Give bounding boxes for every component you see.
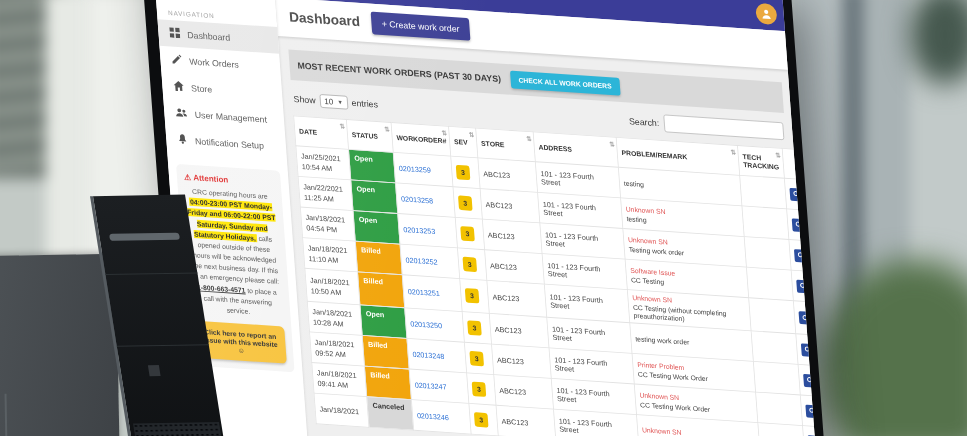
cell-store: ABC123	[489, 313, 549, 347]
search-icon	[806, 374, 814, 387]
sidebar-item-label: Dashboard	[187, 30, 231, 43]
search-input[interactable]	[663, 114, 784, 140]
users-icon	[175, 107, 188, 120]
cell-date: Jan/18/202109:41 AM	[312, 363, 367, 397]
severity-badge: 3	[462, 256, 476, 271]
view-workorder-button[interactable]	[801, 343, 816, 357]
screen: AM PM NAVIGATION DashboardWork OrdersSto…	[153, 0, 821, 436]
status-badge: Open	[353, 211, 399, 244]
entries-selected-value: 10	[324, 96, 334, 105]
column-header-label: ADDRESS	[538, 143, 572, 153]
user-avatar[interactable]	[755, 3, 777, 25]
entries-control: Show 10 ▼ entries	[293, 92, 378, 111]
severity-badge: 3	[469, 351, 483, 366]
workorder-link[interactable]: 02013246	[417, 411, 450, 421]
sort-icon: ⇅	[384, 126, 390, 134]
view-workorder-button[interactable]	[789, 187, 804, 201]
sidebar-item-label: Store	[191, 83, 213, 94]
cell-tech-tracking	[742, 206, 789, 240]
column-header-tech-tracking[interactable]: TECH TRACKING⇅	[737, 145, 784, 178]
column-header-label: TECH TRACKING	[742, 153, 779, 171]
cell-workorder: 02013258	[395, 183, 455, 217]
chevron-down-icon: ▼	[337, 99, 343, 105]
cell-date: Jan/18/202110:50 AM	[305, 268, 360, 305]
severity-badge: 3	[467, 320, 481, 335]
column-header-sev[interactable]: SEV⇅	[449, 126, 478, 158]
status-badge: Billed	[358, 272, 404, 307]
remark-text: testing work order	[635, 334, 748, 350]
cell-date: Jan/18/202109:52 AM	[310, 332, 365, 366]
workorder-link[interactable]: 02013253	[403, 225, 436, 235]
column-header-workorder-[interactable]: WORKORDER#⇅	[391, 122, 451, 156]
sort-icon: ⇅	[526, 135, 532, 143]
view-workorder-button[interactable]	[796, 279, 811, 293]
column-header-store[interactable]: STORE⇅	[476, 128, 536, 162]
severity-badge: 3	[458, 195, 472, 210]
severity-badge: 3	[460, 226, 474, 241]
cell-sev: 3	[469, 403, 498, 435]
cell-store: ABC123	[496, 405, 556, 436]
cell-workorder: 02013250	[405, 308, 465, 342]
cell-status: Open	[351, 180, 398, 214]
search-icon	[809, 405, 817, 418]
status-badge: Canceled	[367, 397, 413, 430]
workorder-link[interactable]: 02013250	[410, 319, 443, 329]
sort-icon: ⇅	[339, 123, 345, 131]
view-workorder-button[interactable]	[805, 404, 820, 418]
cell-actions	[803, 426, 821, 436]
cell-status: Open	[349, 149, 396, 183]
column-header-address[interactable]: ADDRESS⇅	[533, 132, 618, 167]
workorder-link[interactable]: 02013247	[414, 381, 447, 391]
search-icon	[795, 219, 803, 232]
cell-sev: 3	[467, 373, 496, 405]
check-all-work-orders-button[interactable]: CHECK ALL WORK ORDERS	[510, 71, 620, 96]
cell-sev: 3	[455, 217, 484, 249]
sort-icon: ⇅	[609, 141, 615, 149]
cell-sev: 3	[457, 248, 486, 280]
severity-badge: 3	[456, 164, 470, 179]
workorder-link[interactable]: 02013251	[408, 288, 441, 298]
view-workorder-button[interactable]	[792, 218, 807, 232]
cell-tech-tracking	[746, 267, 793, 301]
sidebar-item-label: Work Orders	[189, 56, 239, 69]
status-badge: Open	[351, 180, 397, 213]
search-icon	[799, 280, 807, 293]
entries-select[interactable]: 10 ▼	[319, 94, 348, 110]
attention-title: ⚠ Attention	[184, 172, 274, 187]
pc-logo-emblem	[148, 365, 161, 376]
workorder-link[interactable]: 02013252	[405, 256, 438, 266]
workorder-link[interactable]: 02013248	[412, 350, 445, 360]
create-work-order-button[interactable]: + Create work order	[370, 12, 470, 41]
cell-actions	[798, 364, 821, 396]
background-foliage-top	[905, 0, 967, 90]
cell-date: Jan/22/202111:25 AM	[298, 176, 353, 210]
cell-status: Canceled	[367, 397, 414, 431]
cell-date: Jan/18/2021	[314, 393, 369, 427]
view-workorder-button[interactable]	[803, 374, 818, 388]
pc-drive-slot	[109, 233, 180, 241]
show-label: Show	[293, 94, 316, 105]
search-label: Search:	[629, 116, 660, 128]
cell-sev: 3	[453, 187, 482, 219]
background-trees	[812, 250, 967, 436]
column-header-status[interactable]: STATUS⇅	[346, 119, 393, 152]
cell-tech-tracking	[749, 298, 796, 334]
recent-orders-title: MOST RECENT WORK ORDERS (PAST 30 DAYS)	[297, 60, 501, 83]
search-icon	[802, 312, 810, 325]
cell-status: Billed	[355, 241, 402, 275]
cell-tech-tracking	[753, 361, 800, 395]
search-icon	[793, 188, 801, 201]
person-icon	[760, 8, 772, 20]
cell-store: ABC123	[482, 219, 542, 253]
view-workorder-button[interactable]	[794, 249, 809, 263]
workorder-link[interactable]: 02013259	[398, 164, 431, 174]
cell-store: ABC123	[492, 344, 552, 378]
cell-store: ABC123	[487, 280, 547, 317]
column-header-date[interactable]: DATE⇅	[294, 116, 349, 149]
workorder-link[interactable]: 02013258	[401, 194, 434, 204]
cell-status: Billed	[358, 272, 405, 308]
view-workorder-button[interactable]	[799, 311, 814, 325]
office-scene: AM PM NAVIGATION DashboardWork OrdersSto…	[0, 0, 967, 436]
content: MOST RECENT WORK ORDERS (PAST 30 DAYS) C…	[278, 36, 821, 436]
pc-tower	[0, 236, 228, 436]
